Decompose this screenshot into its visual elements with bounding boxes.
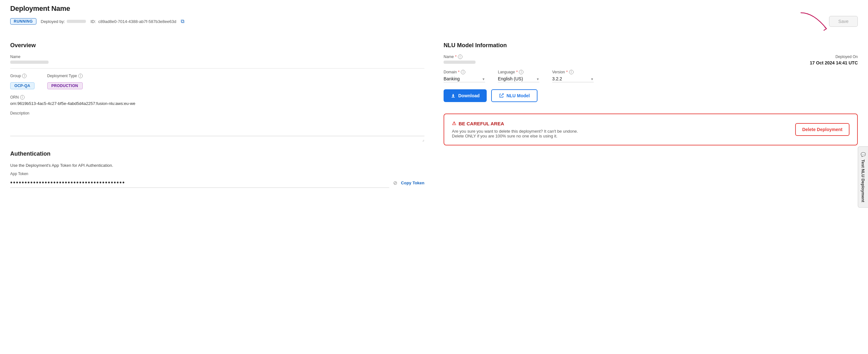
- nlu-deployed-date: 17 Oct 2024 14:41 UTC: [810, 60, 858, 65]
- deployed-by-name: [67, 20, 86, 23]
- deployment-type-info-icon: i: [78, 74, 83, 78]
- left-column: Overview Name Group i OCP-QA: [10, 34, 425, 188]
- nlu-name-col: Name * i: [443, 55, 810, 64]
- nlu-version-col: Version * i 3.2.2: [552, 70, 594, 82]
- group-deploy-row: Group i OCP-QA Deployment Type i PRODUCT…: [10, 74, 425, 89]
- group-col: Group i OCP-QA: [10, 74, 34, 89]
- overview-title: Overview: [10, 42, 425, 49]
- description-textarea[interactable]: [10, 117, 425, 136]
- nlu-language-required: *: [516, 70, 518, 74]
- nlu-domain-select-wrapper[interactable]: Banking: [443, 76, 485, 82]
- side-tab[interactable]: 💬 Test NLU Deployment: [858, 146, 868, 208]
- nlu-deployed-col: Deployed On 17 Oct 2024 14:41 UTC: [810, 55, 858, 65]
- description-label: Description: [10, 111, 425, 115]
- deployment-type-label: Deployment Type i: [47, 74, 83, 78]
- name-divider: [10, 68, 425, 69]
- nlu-language-select-wrapper[interactable]: English (US): [498, 76, 539, 82]
- nlu-top-row: Name * i Deployed On 17 Oct 2024 14:41 U…: [443, 55, 858, 65]
- header: Deployment Name: [10, 0, 858, 16]
- group-chip: OCP-QA: [10, 82, 34, 89]
- copy-token-button[interactable]: Copy Token: [401, 180, 425, 185]
- description-section: Description ⌟: [10, 111, 425, 142]
- deployment-type-chip: PRODUCTION: [47, 82, 83, 89]
- nlu-btn-row: Download NLU Model: [443, 89, 858, 102]
- nlu-language-col: Language * i English (US): [498, 70, 539, 82]
- right-column: NLU Model Information Name * i Deployed …: [443, 34, 858, 145]
- danger-area: ⚠ BE CAREFUL AREA Are you sure you want …: [443, 113, 858, 145]
- nlu-language-select[interactable]: English (US): [498, 76, 539, 82]
- status-bar: RUNNING Deployed by: ID: c89ad8e0-7014-4…: [10, 16, 858, 27]
- danger-desc: Are you sure you want to delete this dep…: [452, 129, 586, 138]
- nlu-version-info-icon: i: [569, 70, 574, 74]
- top-bar-left: Deployment Name: [10, 4, 70, 13]
- copy-id-icon[interactable]: ⧉: [181, 19, 184, 24]
- status-badge: RUNNING: [10, 18, 36, 25]
- orn-info-icon: i: [20, 95, 25, 100]
- deploy-col: Deployment Type i PRODUCTION: [47, 74, 83, 89]
- nlu-name-required: *: [455, 55, 457, 59]
- danger-left: ⚠ BE CAREFUL AREA Are you sure you want …: [452, 120, 586, 138]
- auth-title: Authentication: [10, 150, 425, 157]
- group-info-icon: i: [22, 74, 27, 78]
- nlu-domain-label: Domain * i: [443, 70, 485, 74]
- nlu-domain-select[interactable]: Banking: [443, 76, 485, 82]
- nlu-domain-info-icon: i: [461, 70, 465, 74]
- nlu-domain-required: *: [458, 70, 460, 74]
- nlu-language-label: Language * i: [498, 70, 539, 74]
- app-token-row: ⊘ Copy Token: [10, 178, 425, 188]
- orn-value: orn:9619b513-4ac5-4c27-bf5e-4abd5d4a2257…: [10, 101, 425, 106]
- nlu-name-info-icon: i: [458, 55, 462, 59]
- nlu-deployed-label: Deployed On: [810, 55, 858, 59]
- nlu-section-title: NLU Model Information: [443, 42, 858, 49]
- nlu-language-info-icon: i: [519, 70, 523, 74]
- auth-section: Authentication Use the Deployment's App …: [10, 150, 425, 188]
- nlu-cols-row: Domain * i Banking: [443, 70, 858, 82]
- page-title: Deployment Name: [10, 4, 70, 13]
- danger-title: ⚠ BE CAREFUL AREA: [452, 120, 586, 126]
- id-text: ID: c89ad8e0-7014-4388-ab7f-587b3e8ee63d: [90, 19, 176, 24]
- nlu-domain-col: Domain * i Banking: [443, 70, 485, 82]
- auth-desc: Use the Deployment's App Token for API A…: [10, 163, 425, 168]
- nlu-version-label: Version * i: [552, 70, 594, 74]
- warning-icon: ⚠: [452, 120, 456, 126]
- deployed-by: Deployed by:: [41, 19, 86, 24]
- show-token-icon[interactable]: ⊘: [393, 180, 397, 186]
- name-value-bar: [10, 61, 49, 64]
- nlu-version-select-wrapper[interactable]: 3.2.2: [552, 76, 594, 82]
- nlu-name-bar: [443, 61, 475, 64]
- nlu-section: NLU Model Information Name * i Deployed …: [443, 42, 858, 145]
- download-icon: [451, 93, 456, 98]
- download-button[interactable]: Download: [443, 89, 487, 102]
- nlu-version-select[interactable]: 3.2.2: [552, 76, 594, 82]
- save-button[interactable]: Save: [829, 16, 858, 27]
- orn-section: ORN i orn:9619b513-4ac5-4c27-bf5e-4abd5d…: [10, 95, 425, 106]
- name-label: Name: [10, 55, 425, 59]
- two-col-layout: Overview Name Group i OCP-QA: [10, 34, 858, 188]
- external-link-icon: [499, 93, 504, 98]
- nlu-name-label: Name * i: [443, 55, 810, 59]
- delete-deployment-button[interactable]: Delete Deployment: [795, 123, 849, 136]
- group-label: Group i: [10, 74, 34, 78]
- nlu-model-button[interactable]: NLU Model: [491, 89, 537, 102]
- app-token-label: App Token: [10, 172, 425, 176]
- orn-label: ORN i: [10, 95, 425, 100]
- side-tab-icon: 💬: [861, 152, 865, 157]
- app-token-input[interactable]: [10, 178, 389, 188]
- nlu-version-required: *: [566, 70, 568, 74]
- resize-handle: ⌟: [10, 137, 425, 142]
